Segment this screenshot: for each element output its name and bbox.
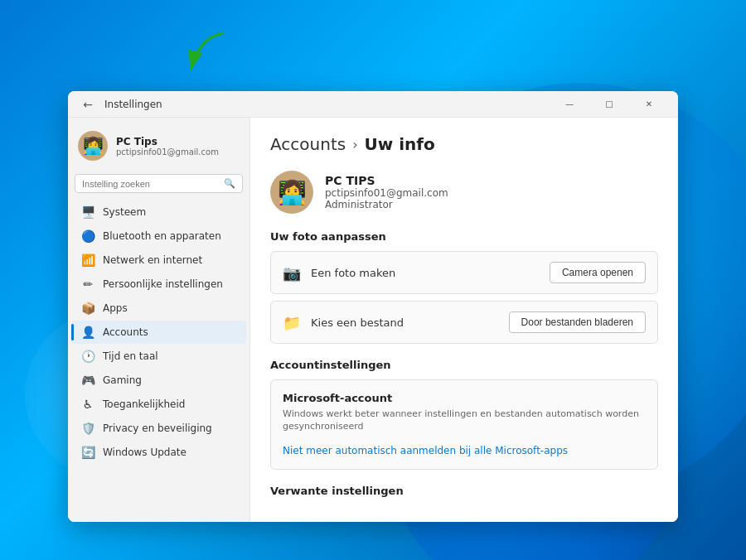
search-icon: 🔍	[224, 178, 235, 189]
profile-role: Administrator	[325, 199, 448, 210]
apps-icon: 📦	[81, 302, 94, 315]
close-button[interactable]: ✕	[630, 91, 668, 118]
user-info: PC Tips pctipsinfo01@gmail.com	[116, 136, 240, 157]
camera-open-button[interactable]: Camera openen	[550, 262, 646, 283]
systeem-icon: 🖥️	[81, 205, 94, 219]
user-email: pctipsinfo01@gmail.com	[116, 147, 240, 157]
tijd-icon: 🕐	[81, 350, 94, 363]
account-card-description: Windows werkt beter wanneer instellingen…	[283, 408, 646, 433]
minimize-button[interactable]: —	[550, 91, 589, 118]
bluetooth-icon: 🔵	[81, 229, 94, 243]
camera-icon: 📷	[283, 264, 301, 282]
nav-list: 🖥️ Systeem 🔵 Bluetooth en apparaten 📶 Ne…	[68, 200, 249, 465]
sidebar-item-accounts[interactable]: 👤 Accounts	[71, 321, 246, 344]
breadcrumb-separator: ›	[352, 137, 357, 152]
toegankelijkheid-icon: ♿	[81, 398, 94, 411]
camera-label: Een foto maken	[311, 267, 540, 279]
photo-section-title: Uw foto aanpassen	[270, 230, 658, 243]
sidebar-item-netwerk[interactable]: 📶 Netwerk en internet	[71, 249, 246, 272]
account-card-title: Microsoft-account	[283, 392, 646, 404]
windows-update-icon: 🔄	[81, 446, 94, 459]
titlebar: ← Instellingen — □ ✕	[68, 91, 678, 118]
sidebar-item-label: Bluetooth en apparaten	[103, 230, 221, 242]
sidebar-item-label: Windows Update	[103, 447, 186, 458]
browse-files-button[interactable]: Door bestanden bladeren	[509, 311, 646, 333]
user-profile: 👩‍💻 PC Tips pctipsinfo01@gmail.com	[68, 124, 249, 171]
sidebar: 👩‍💻 PC Tips pctipsinfo01@gmail.com 🔍 🖥️ …	[68, 118, 250, 522]
sidebar-item-bluetooth[interactable]: 🔵 Bluetooth en apparaten	[71, 224, 246, 248]
camera-option-card: 📷 Een foto maken Camera openen	[270, 251, 658, 294]
sidebar-item-label: Netwerk en internet	[103, 254, 202, 266]
avatar: 👩‍💻	[78, 131, 108, 161]
breadcrumb-current: Uw info	[365, 134, 435, 154]
gaming-icon: 🎮	[81, 374, 94, 387]
back-button[interactable]: ←	[78, 94, 98, 114]
netwerk-icon: 📶	[81, 253, 94, 267]
sidebar-item-label: Apps	[103, 302, 128, 314]
maximize-button[interactable]: □	[590, 91, 628, 118]
sidebar-item-label: Toegankelijkheid	[103, 398, 185, 410]
sidebar-item-privacy[interactable]: 🛡️ Privacy en beveiliging	[71, 417, 246, 440]
verwante-title: Verwante instellingen	[270, 485, 658, 497]
profile-avatar: 👩‍💻	[270, 171, 313, 214]
sidebar-item-tijd[interactable]: 🕐 Tijd en taal	[71, 345, 246, 368]
folder-icon: 📁	[283, 314, 301, 331]
sidebar-item-apps[interactable]: 📦 Apps	[71, 297, 246, 320]
sidebar-item-persoonlijke[interactable]: ✏️ Persoonlijke instellingen	[71, 273, 246, 296]
search-box[interactable]: 🔍	[75, 174, 243, 193]
sidebar-item-windows-update[interactable]: 🔄 Windows Update	[71, 441, 246, 464]
settings-window: ← Instellingen — □ ✕ 👩‍💻 PC Tips pctipsi…	[68, 91, 678, 522]
microsoft-apps-link[interactable]: Niet meer automatisch aanmelden bij alle…	[283, 445, 568, 456]
breadcrumb-accounts: Accounts	[270, 134, 346, 154]
arrow-annotation	[166, 25, 249, 94]
profile-email: pctipsinfo01@gmail.com	[325, 187, 448, 199]
window-title: Instellingen	[104, 99, 550, 110]
sidebar-item-toegankelijkheid[interactable]: ♿ Toegankelijkheid	[71, 393, 246, 416]
persoonlijke-icon: ✏️	[81, 278, 94, 291]
accounts-icon: 👤	[81, 326, 94, 339]
page-header: Accounts › Uw info	[270, 134, 658, 154]
sidebar-item-label: Gaming	[103, 374, 142, 386]
file-option-card: 📁 Kies een bestand Door bestanden blader…	[270, 301, 658, 344]
main-content: Accounts › Uw info 👩‍💻 PC TIPS pctipsinf…	[250, 118, 678, 522]
sidebar-item-gaming[interactable]: 🎮 Gaming	[71, 369, 246, 392]
sidebar-item-label: Systeem	[103, 206, 146, 218]
profile-section: 👩‍💻 PC TIPS pctipsinfo01@gmail.com Admin…	[270, 171, 658, 214]
sidebar-item-systeem[interactable]: 🖥️ Systeem	[71, 200, 246, 224]
account-settings-title: Accountinstellingen	[270, 359, 658, 371]
user-name: PC Tips	[116, 136, 240, 147]
window-controls: — □ ✕	[550, 91, 668, 118]
search-input[interactable]	[82, 179, 219, 189]
profile-name: PC TIPS	[325, 174, 448, 187]
sidebar-item-label: Accounts	[103, 326, 148, 338]
profile-details: PC TIPS pctipsinfo01@gmail.com Administr…	[325, 174, 448, 210]
sidebar-item-label: Persoonlijke instellingen	[103, 278, 223, 290]
sidebar-item-label: Tijd en taal	[103, 350, 158, 362]
account-card: Microsoft-account Windows werkt beter wa…	[270, 379, 658, 470]
sidebar-item-label: Privacy en beveiliging	[103, 422, 212, 434]
privacy-icon: 🛡️	[81, 422, 94, 435]
window-content: 👩‍💻 PC Tips pctipsinfo01@gmail.com 🔍 🖥️ …	[68, 118, 678, 522]
file-label: Kies een bestand	[311, 316, 499, 329]
